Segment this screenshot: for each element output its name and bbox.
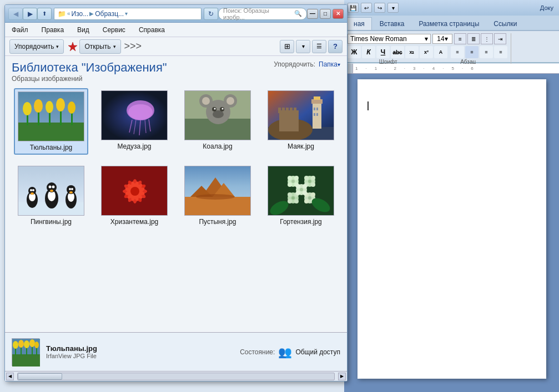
breadcrumb[interactable]: 📁 « Изо... ▶ Образц... ▾ [54, 8, 202, 20]
menu-file[interactable]: Файл [9, 25, 31, 35]
breadcrumb-part1[interactable]: Изо... [72, 10, 89, 18]
sort-value[interactable]: Папка [319, 60, 338, 68]
svg-point-103 [288, 192, 292, 197]
search-icon[interactable]: 🔍 [294, 10, 302, 17]
justify-btn[interactable]: ≡ [494, 46, 507, 58]
svg-point-106 [294, 199, 299, 203]
tab-layout[interactable]: Разметка страницы [412, 18, 486, 30]
arrange-arrow: ▾ [56, 44, 59, 49]
svg-point-95 [291, 180, 295, 183]
bold-btn[interactable]: Ж [348, 46, 361, 58]
more-btn[interactable]: >>> [124, 40, 142, 52]
status-filename: Тюльпаны.jpg [46, 344, 233, 353]
svg-point-12 [68, 101, 75, 114]
svg-point-113 [308, 196, 311, 200]
svg-point-129 [24, 340, 29, 348]
library-subtitle: Образцы изображений [12, 75, 167, 83]
tab-home[interactable]: ная [346, 17, 372, 30]
list-item[interactable]: Пингвины.jpg [14, 164, 88, 228]
align-center-btn[interactable]: ≡ [465, 46, 479, 58]
help-btn[interactable]: ? [328, 40, 343, 53]
svg-point-101 [308, 180, 311, 183]
word-title: Доку [540, 4, 553, 11]
status-shared-text: Общий доступ [295, 348, 340, 356]
open-btn-group: Открыть ▾ [67, 39, 120, 54]
svg-point-105 [288, 199, 292, 203]
svg-rect-41 [314, 96, 320, 100]
list-item[interactable]: Гортензия.jpg [264, 164, 338, 228]
search-bar[interactable]: Поиск: Образцы изобр... 🔍 [218, 8, 307, 20]
document-page[interactable] [357, 79, 546, 379]
svg-rect-46 [286, 108, 289, 113]
shared-icon: 👥 [278, 345, 292, 359]
svg-point-92 [294, 176, 299, 180]
forward-btn[interactable]: ▶ [23, 8, 37, 20]
strikethrough-btn[interactable]: abc [391, 46, 404, 58]
image-label: Пустыня.jpg [199, 218, 236, 226]
tab-insert[interactable]: Вставка [373, 18, 411, 30]
svg-point-27 [226, 97, 234, 105]
underline-btn[interactable]: Ч [376, 46, 390, 58]
sort-arrow[interactable]: ▾ [338, 62, 340, 68]
list-item[interactable]: Тюльпаны.jpg [14, 88, 88, 155]
font-section: Times New Roman ▾ 14▾ ≡ ≣ ⋮ ⇥ Ж К Ч abc … [348, 33, 511, 65]
view-list-btn[interactable]: ▾ [296, 40, 310, 53]
open-label-btn[interactable]: Открыть ▾ [79, 39, 120, 54]
svg-point-88 [196, 194, 235, 200]
indent-btn[interactable]: ⇥ [494, 33, 506, 44]
scroll-right-btn[interactable]: ▶ [338, 373, 346, 380]
align-left-btn[interactable]: ≡ [451, 46, 464, 58]
thumb-penguins [18, 166, 84, 216]
image-label: Пингвины.jpg [31, 218, 72, 226]
svg-point-91 [288, 176, 292, 180]
menu-edit[interactable]: Правка [39, 25, 67, 35]
superscript-btn[interactable]: x² [420, 46, 433, 58]
up-btn[interactable]: ⬆ [37, 8, 52, 20]
back-btn[interactable]: ◀ [8, 8, 23, 20]
thumb-tulips [18, 91, 84, 141]
refresh-btn[interactable]: ↻ [204, 8, 218, 20]
list-item[interactable]: Пустыня.jpg [180, 164, 255, 228]
maximize-btn[interactable]: □ [320, 9, 331, 19]
list-item[interactable]: Хризантема.jpg [97, 164, 172, 228]
minimize-btn[interactable]: — [307, 9, 318, 19]
italic-btn[interactable]: К [362, 46, 375, 58]
svg-point-10 [56, 98, 65, 111]
word-save-btn[interactable]: 💾 [348, 3, 359, 13]
word-redo-btn[interactable]: ↪ [374, 3, 385, 13]
subscript-btn[interactable]: x₂ [405, 46, 419, 58]
scrollbar-thumb[interactable] [18, 373, 62, 380]
list-item[interactable]: Медуза.jpg [97, 88, 172, 155]
svg-point-93 [288, 182, 292, 187]
svg-point-15 [128, 104, 153, 120]
menu-help[interactable]: Справка [137, 25, 167, 35]
menu-view[interactable]: Вид [75, 25, 92, 35]
tab-references[interactable]: Ссылки [487, 18, 523, 30]
breadcrumb-part2[interactable]: Образц... [95, 10, 124, 18]
word-undo-btn[interactable]: ↩ [361, 3, 372, 13]
list-item[interactable]: Маяк.jpg [264, 88, 338, 155]
status-bar: Тюльпаны.jpg IrfanView JPG File Состояни… [5, 332, 347, 371]
word-customize-btn[interactable]: ▾ [387, 3, 399, 13]
tulips-svg [18, 92, 84, 141]
font-size-dropdown[interactable]: 14▾ [432, 34, 452, 44]
view-details-btn[interactable]: ☰ [312, 40, 326, 53]
scroll-left-btn[interactable]: ◀ [6, 373, 14, 380]
align-right-btn[interactable]: ≡ [480, 46, 493, 58]
format-buttons-row: Ж К Ч abc x₂ x² A ≡ ≡ ≡ ≡ [348, 46, 507, 58]
numbering-btn[interactable]: ≣ [467, 33, 480, 44]
bullets-btn[interactable]: ≡ [454, 33, 466, 44]
arrange-btn[interactable]: Упорядочить ▾ [9, 39, 64, 54]
close-btn[interactable]: ✕ [333, 9, 344, 19]
image-label: Гортензия.jpg [280, 218, 322, 226]
list-item[interactable]: Коала.jpg [180, 88, 255, 155]
clear-format-btn[interactable]: A [434, 46, 447, 58]
font-name-dropdown[interactable]: Times New Roman ▾ [348, 34, 431, 44]
menu-service[interactable]: Сервис [100, 25, 128, 35]
svg-point-25 [202, 97, 210, 105]
multilevel-btn[interactable]: ⋮ [481, 33, 493, 44]
status-thumb-svg [12, 339, 40, 366]
svg-point-31 [214, 108, 216, 110]
scrollbar-track[interactable] [17, 373, 335, 380]
view-large-btn[interactable]: ⊞ [280, 40, 294, 53]
